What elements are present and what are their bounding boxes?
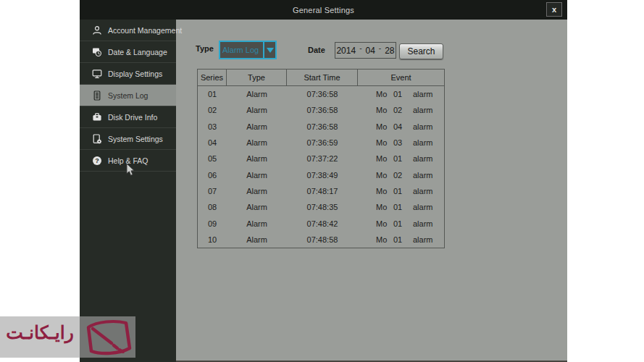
- sidebar-item-label: Account Management: [108, 26, 182, 35]
- cell-event: Mo01alarm: [358, 203, 444, 211]
- dropdown-arrow-button[interactable]: [263, 42, 275, 58]
- event-channel: 01: [393, 219, 413, 228]
- event-label: alarm: [413, 90, 433, 98]
- table-row[interactable]: 02 Alarm 07:36:58 Mo02alarm: [198, 102, 444, 118]
- person-icon: [92, 25, 102, 35]
- watermark-text: رایـکانـت: [1, 322, 78, 343]
- event-label: alarm: [413, 171, 433, 180]
- event-label: alarm: [413, 138, 433, 147]
- table-row[interactable]: 07 Alarm 07:48:17 Mo01alarm: [198, 183, 444, 199]
- search-button-label: Search: [407, 46, 435, 56]
- cell-series: 02: [198, 106, 227, 114]
- help-icon: ?: [92, 156, 102, 166]
- cell-type: Alarm: [227, 187, 287, 195]
- table-row[interactable]: 03 Alarm 07:36:58 Mo04alarm: [198, 119, 444, 135]
- chevron-down-icon: [267, 48, 274, 53]
- cell-event: Mo01alarm: [358, 154, 444, 163]
- event-channel: 01: [393, 154, 413, 163]
- cell-series: 04: [198, 138, 227, 147]
- cell-type: Alarm: [227, 203, 287, 211]
- cell-start-time: 07:48:35: [287, 203, 358, 211]
- table-body: 01 Alarm 07:36:58 Mo01alarm 02 Alarm 07:…: [198, 86, 444, 248]
- event-prefix: Mo: [376, 90, 393, 98]
- date-month: 04: [365, 46, 375, 56]
- table-row[interactable]: 08 Alarm 07:48:35 Mo01alarm: [198, 199, 444, 215]
- sidebar-item-label: Display Settings: [108, 70, 162, 78]
- cell-series: 01: [198, 90, 227, 98]
- mouse-cursor-icon: [126, 164, 135, 177]
- document-gear-icon: [92, 134, 102, 144]
- event-prefix: Mo: [376, 171, 393, 180]
- event-prefix: Mo: [376, 122, 393, 131]
- search-button[interactable]: Search: [399, 43, 443, 59]
- event-prefix: Mo: [376, 235, 393, 244]
- sidebar-item-label: System Log: [108, 91, 148, 100]
- event-prefix: Mo: [376, 138, 393, 147]
- event-prefix: Mo: [376, 219, 393, 228]
- sidebar: Account Management Date & Language Displ…: [80, 20, 176, 362]
- log-type-dropdown[interactable]: Alarm Log: [219, 41, 277, 59]
- monitor-icon: [92, 69, 102, 79]
- date-field[interactable]: 2014 - 04 - 28: [335, 42, 396, 59]
- event-label: alarm: [413, 154, 433, 163]
- sidebar-item-date-language[interactable]: Date & Language: [80, 41, 176, 63]
- column-header-type: Type: [227, 70, 287, 85]
- cell-start-time: 07:36:59: [287, 138, 358, 147]
- cell-type: Alarm: [227, 90, 287, 98]
- cell-series: 07: [198, 187, 227, 195]
- cell-series: 05: [198, 154, 227, 163]
- cell-type: Alarm: [227, 235, 287, 244]
- table-header: Series Type Start Time Event: [198, 70, 444, 86]
- close-button[interactable]: x: [546, 2, 562, 17]
- event-prefix: Mo: [376, 154, 393, 163]
- event-prefix: Mo: [376, 203, 393, 211]
- cell-start-time: 07:36:58: [287, 90, 358, 98]
- sidebar-item-system-settings[interactable]: System Settings: [80, 128, 176, 150]
- table-row[interactable]: 05 Alarm 07:37:22 Mo01alarm: [198, 151, 444, 167]
- table-row[interactable]: 01 Alarm 07:36:58 Mo01alarm: [198, 86, 444, 102]
- event-channel: 04: [393, 122, 413, 131]
- cell-type: Alarm: [227, 219, 287, 228]
- date-year: 2014: [336, 46, 356, 56]
- sidebar-item-label: Disk Drive Info: [108, 113, 157, 122]
- event-label: alarm: [413, 219, 433, 228]
- table-row[interactable]: 09 Alarm 07:48:42 Mo01alarm: [198, 215, 444, 231]
- column-header-start-time: Start Time: [287, 70, 358, 85]
- cell-event: Mo03alarm: [358, 138, 444, 147]
- event-channel: 02: [393, 106, 413, 114]
- sidebar-item-account-management[interactable]: Account Management: [80, 20, 176, 41]
- event-channel: 01: [393, 203, 413, 211]
- log-table: Series Type Start Time Event 01 Alarm 07…: [197, 69, 445, 248]
- watermark-band: رایـکانـت: [0, 316, 135, 358]
- sidebar-item-system-log[interactable]: System Log: [80, 85, 176, 106]
- cell-type: Alarm: [227, 171, 287, 180]
- column-header-event: Event: [358, 70, 444, 85]
- cell-event: Mo04alarm: [358, 122, 444, 131]
- table-row[interactable]: 06 Alarm 07:38:49 Mo02alarm: [198, 167, 444, 182]
- general-settings-window: General Settings x Account Management Da…: [80, 0, 567, 362]
- cell-start-time: 07:36:58: [287, 106, 358, 114]
- table-row[interactable]: 10 Alarm 07:48:58 Mo01alarm: [198, 232, 444, 248]
- sidebar-item-disk-drive-info[interactable]: Disk Drive Info: [80, 106, 176, 128]
- svg-text:?: ?: [95, 157, 99, 164]
- cell-type: Alarm: [227, 122, 287, 131]
- event-channel: 01: [393, 235, 413, 244]
- cell-event: Mo02alarm: [358, 106, 444, 114]
- event-label: alarm: [413, 106, 433, 114]
- event-prefix: Mo: [376, 187, 393, 195]
- table-row[interactable]: 04 Alarm 07:36:59 Mo03alarm: [198, 135, 444, 151]
- cell-start-time: 07:48:58: [287, 235, 358, 244]
- cell-event: Mo01alarm: [358, 187, 444, 195]
- type-label: Type: [196, 44, 214, 53]
- sidebar-item-display-settings[interactable]: Display Settings: [80, 63, 176, 85]
- event-label: alarm: [413, 122, 433, 131]
- cell-start-time: 07:48:42: [287, 219, 358, 228]
- titlebar: General Settings x: [80, 0, 567, 20]
- disk-drive-icon: [92, 112, 102, 122]
- cell-type: Alarm: [227, 138, 287, 147]
- column-header-series: Series: [198, 70, 227, 85]
- cell-series: 06: [198, 171, 227, 180]
- event-label: alarm: [413, 235, 433, 244]
- cell-start-time: 07:36:58: [287, 122, 358, 131]
- cell-start-time: 07:38:49: [287, 171, 358, 180]
